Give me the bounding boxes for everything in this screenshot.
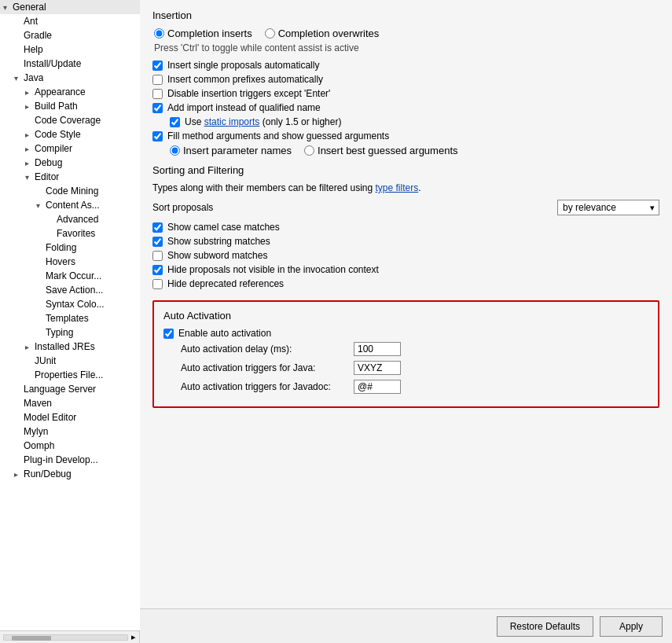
sidebar-item-syntax-coloring[interactable]: Syntax Colo... — [0, 297, 140, 311]
sidebar-label-advanced: Advanced — [57, 214, 98, 225]
radio-inserts-input[interactable] — [154, 28, 164, 39]
sidebar-item-editor[interactable]: Editor — [0, 170, 140, 184]
sidebar-item-favorites[interactable]: Favorites — [0, 226, 140, 241]
sidebar-item-compiler[interactable]: Compiler — [0, 141, 140, 156]
cb-row-fill-method: Fill method arguments and show guessed a… — [152, 130, 659, 141]
cb-disable-insertion-label[interactable]: Disable insertion triggers except 'Enter… — [167, 88, 330, 99]
sidebar-label-code-mining: Code Mining — [46, 186, 98, 197]
sidebar-item-templates[interactable]: Templates — [0, 311, 140, 325]
sidebar-item-ant[interactable]: Ant — [0, 14, 140, 28]
sidebar-label-favorites: Favorites — [57, 228, 95, 239]
insertion-radio-group: Completion inserts Completion overwrites — [154, 28, 659, 39]
sidebar-item-properties-file[interactable]: Properties File... — [0, 368, 140, 382]
sidebar-item-content-assist[interactable]: Content As... — [0, 198, 140, 212]
cb-hide-not-visible[interactable] — [152, 265, 163, 275]
radio-overwrites-input[interactable] — [265, 28, 275, 39]
cb-hide-not-visible-label[interactable]: Hide proposals not visible in the invoca… — [167, 264, 379, 275]
cb-insert-single[interactable] — [152, 61, 163, 71]
sidebar-item-plug-in-dev[interactable]: Plug-in Develop... — [0, 453, 140, 467]
sort-select[interactable]: by relevance alphabetically — [557, 200, 659, 215]
cb-subword[interactable] — [152, 251, 163, 261]
cb-enable-auto-label[interactable]: Enable auto activation — [178, 328, 271, 339]
sidebar-tree: GeneralAntGradleHelpInstall/UpdateJavaAp… — [0, 0, 140, 630]
sidebar-item-install-update[interactable]: Install/Update — [0, 57, 140, 71]
sidebar-item-help[interactable]: Help — [0, 42, 140, 57]
radio-inserts-label: Completion inserts — [167, 28, 252, 39]
cb-hide-deprecated-label[interactable]: Hide deprecated references — [167, 278, 284, 289]
cb-substring-label[interactable]: Show substring matches — [167, 236, 270, 247]
cb-camel-case[interactable] — [152, 222, 163, 233]
sorting-period: . — [418, 182, 420, 193]
sidebar-item-appearance[interactable]: Appearance — [0, 85, 140, 99]
sidebar-item-folding[interactable]: Folding — [0, 241, 140, 255]
sidebar-item-gradle[interactable]: Gradle — [0, 28, 140, 42]
cb-camel-case-label[interactable]: Show camel case matches — [167, 222, 280, 233]
radio-best-guessed[interactable]: Insert best guessed arguments — [304, 145, 458, 156]
field-row-java: Auto activation triggers for Java: — [181, 361, 648, 375]
cb-substring[interactable] — [152, 237, 163, 247]
cb-row-insert-common: Insert common prefixes automatically — [152, 74, 659, 85]
sidebar-label-installed-jres: Installed JREs — [35, 341, 95, 352]
cb-add-import[interactable] — [152, 103, 163, 113]
sidebar-scrollbar[interactable]: ▸ — [0, 630, 140, 643]
sidebar-item-debug[interactable]: Debug — [0, 156, 140, 170]
static-imports-link[interactable]: static imports — [204, 116, 260, 127]
sidebar-item-code-style[interactable]: Code Style — [0, 127, 140, 141]
sidebar-item-code-mining[interactable]: Code Mining — [0, 184, 140, 198]
field-delay-input[interactable] — [354, 342, 401, 356]
sidebar-item-oomph[interactable]: Oomph — [0, 439, 140, 453]
apply-button[interactable]: Apply — [600, 616, 663, 637]
h-scroll-track[interactable] — [3, 634, 128, 641]
sidebar-label-templates: Templates — [46, 313, 89, 324]
radio-overwrites[interactable]: Completion overwrites — [265, 28, 380, 39]
sorting-title: Sorting and Filtering — [152, 164, 659, 176]
cb-add-import-label[interactable]: Add import instead of qualified name — [167, 102, 321, 113]
radio-param-names-input[interactable] — [170, 145, 180, 156]
sidebar-item-model-editor[interactable]: Model Editor — [0, 410, 140, 424]
auto-act-title: Auto Activation — [163, 310, 648, 322]
cb-disable-insertion[interactable] — [152, 89, 163, 99]
radio-param-names[interactable]: Insert parameter names — [170, 145, 292, 156]
sidebar-item-junit[interactable]: JUnit — [0, 354, 140, 368]
cb-enable-auto[interactable] — [163, 329, 174, 339]
sidebar-item-hovers[interactable]: Hovers — [0, 255, 140, 269]
sidebar-item-installed-jres[interactable]: Installed JREs — [0, 340, 140, 354]
sidebar-item-code-coverage[interactable]: Code Coverage — [0, 113, 140, 127]
sidebar-item-language-server[interactable]: Language Server — [0, 382, 140, 396]
cb-insert-common[interactable] — [152, 75, 163, 85]
sidebar-label-run-debug: Run/Debug — [24, 468, 72, 479]
sidebar-item-mylyn[interactable]: Mylyn — [0, 424, 140, 439]
sidebar-item-run-debug[interactable]: Run/Debug — [0, 467, 140, 481]
cb-row-disable-insertion: Disable insertion triggers except 'Enter… — [152, 88, 659, 99]
cb-fill-method[interactable] — [152, 131, 163, 141]
cb-row-add-import: Add import instead of qualified name — [152, 102, 659, 113]
cb-insert-single-label[interactable]: Insert single proposals automatically — [167, 60, 319, 71]
field-java-input[interactable] — [354, 361, 401, 375]
sidebar-item-typing[interactable]: Typing — [0, 325, 140, 340]
restore-defaults-button[interactable]: Restore Defaults — [497, 616, 593, 637]
sidebar-item-build-path[interactable]: Build Path — [0, 99, 140, 113]
field-delay-label: Auto activation delay (ms): — [181, 344, 354, 355]
cb-fill-method-label[interactable]: Fill method arguments and show guessed a… — [167, 130, 389, 141]
sidebar-item-general[interactable]: General — [0, 0, 140, 14]
field-row-javadoc: Auto activation triggers for Javadoc: — [181, 380, 648, 394]
cb-use-static-label[interactable]: Use static imports (only 1.5 or higher) — [185, 116, 341, 127]
type-filters-link[interactable]: type filters — [375, 182, 418, 193]
field-javadoc-input[interactable] — [354, 380, 401, 394]
sidebar-label-oomph: Oomph — [24, 440, 54, 451]
radio-best-guessed-input[interactable] — [304, 145, 314, 156]
cb-use-static[interactable] — [170, 117, 180, 127]
cb-hide-deprecated[interactable] — [152, 279, 163, 289]
sidebar-item-save-actions[interactable]: Save Action... — [0, 283, 140, 297]
cb-subword-label[interactable]: Show subword matches — [167, 250, 267, 261]
sidebar-item-advanced[interactable]: Advanced — [0, 212, 140, 226]
sidebar-item-java[interactable]: Java — [0, 71, 140, 85]
sidebar-item-maven[interactable]: Maven — [0, 396, 140, 410]
sidebar-label-maven: Maven — [24, 398, 52, 409]
sort-select-wrapper[interactable]: by relevance alphabetically — [557, 200, 659, 215]
sidebar-label-code-coverage: Code Coverage — [35, 115, 101, 126]
h-scroll-thumb[interactable] — [12, 636, 51, 641]
radio-inserts[interactable]: Completion inserts — [154, 28, 252, 39]
sidebar-item-mark-occurrences[interactable]: Mark Occur... — [0, 269, 140, 283]
cb-insert-common-label[interactable]: Insert common prefixes automatically — [167, 74, 323, 85]
